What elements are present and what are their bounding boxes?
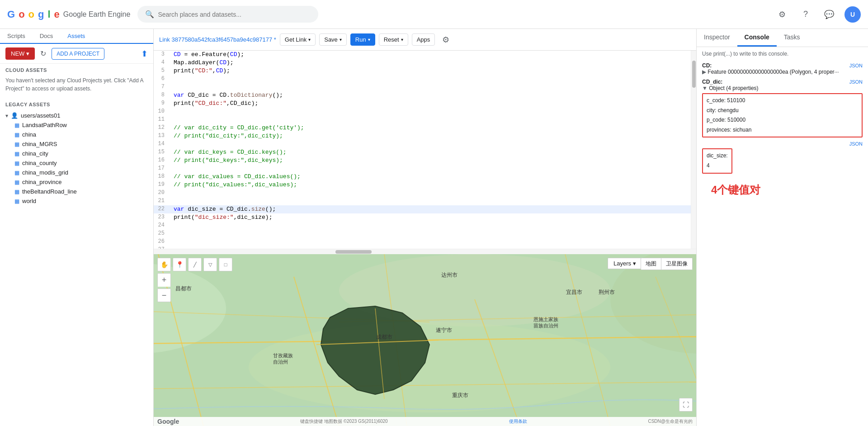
line-num-20: 20	[154, 189, 170, 197]
table-icon: ▦	[14, 179, 19, 185]
sidebar: Scripts Docs Assets NEW ▾ ↻ ADD A PROJEC…	[0, 29, 154, 426]
code-line-14: 14	[154, 140, 691, 148]
link-label: Link 3877580a542fca3f6457ba9e4c987177 *	[159, 36, 276, 43]
editor-scroll-area: 3 CD = ee.Feature(CD); 4 Map.addLayer(CD…	[154, 51, 696, 249]
new-button[interactable]: NEW ▾	[5, 47, 35, 60]
refresh-button[interactable]: ↻	[38, 47, 48, 60]
code-line-6: 6	[154, 75, 691, 83]
gear-icon[interactable]: ⚙	[442, 35, 449, 45]
line-tool-button[interactable]: ╱	[188, 258, 202, 271]
chat-icon[interactable]: 💬	[821, 6, 837, 23]
editor-scroll-inner[interactable]: 3 CD = ee.Feature(CD); 4 Map.addLayer(CD…	[154, 51, 691, 249]
line-content-8: var CD_dic = CD.toDictionary();	[170, 91, 691, 99]
table-icon: ▦	[14, 151, 19, 157]
logo-o1-letter: o	[19, 9, 24, 20]
folder-icon: 👤	[11, 112, 18, 119]
tree-item-landsat[interactable]: ▦ LandsatPathRow	[0, 120, 153, 130]
logo: Google Google Earth Engine	[7, 9, 130, 20]
cloud-message: You haven't selected any Cloud Projects …	[0, 75, 153, 98]
code-line-26: 26	[154, 238, 691, 246]
tab-inspector[interactable]: Inspector	[697, 29, 737, 47]
satellite-view-button[interactable]: 卫星图像	[661, 258, 693, 270]
run-button[interactable]: Run ▾	[350, 33, 375, 46]
add-project-button[interactable]: ADD A PROJECT	[52, 48, 104, 60]
line-content-20	[170, 189, 691, 197]
line-content-14	[170, 140, 691, 148]
right-tabs: Inspector Console Tasks	[697, 29, 868, 47]
save-label: Save	[324, 36, 338, 43]
apps-button[interactable]: Apps	[412, 33, 435, 46]
zoom-out-button[interactable]: −	[157, 289, 171, 302]
fullscreen-button[interactable]: ⛶	[679, 398, 693, 412]
bottom-scroll-track[interactable]	[154, 249, 696, 254]
help-icon[interactable]: ?	[797, 6, 814, 23]
console-json-cd-dic[interactable]: JSON	[849, 79, 863, 85]
code-line-20: 20	[154, 189, 691, 197]
layers-button[interactable]: Layers ▾	[608, 258, 642, 269]
save-button[interactable]: Save ▾	[319, 33, 347, 46]
tree-item-label: LandsatPathRow	[22, 122, 67, 128]
line-content-15: // var dic_keys = CD_dic.keys();	[170, 148, 691, 156]
run-chevron-icon: ▾	[368, 37, 370, 42]
settings-icon[interactable]: ⚙	[774, 6, 790, 23]
tree-item-china[interactable]: ▦ china	[0, 130, 153, 139]
editor-toolbar: Link 3877580a542fca3f6457ba9e4c987177 * …	[154, 29, 696, 51]
console-entry-cd: CD: JSON ▶ Feature 000000000000000000ea …	[702, 62, 863, 75]
sidebar-tree: ▾ 👤 users/assets01 ▦ LandsatPathRow ▦ ch…	[0, 109, 153, 208]
tree-item-china-modis[interactable]: ▦ china_modis_grid	[0, 168, 153, 177]
line-content-21	[170, 197, 691, 205]
tab-assets[interactable]: Assets	[60, 29, 92, 44]
zoom-in-button[interactable]: +	[157, 273, 171, 287]
map-bottom-bar: Google 键盘快捷键 地图数据 ©2023 GS(2011)6020 使用条…	[154, 417, 696, 426]
table-icon: ▦	[14, 141, 19, 147]
reset-button[interactable]: Reset ▾	[379, 33, 408, 46]
tree-item-china-city[interactable]: ▦ china_city	[0, 149, 153, 158]
map-view-button[interactable]: 地图	[641, 258, 661, 270]
line-content-13: // print("dic_city:",dic_city);	[170, 132, 691, 140]
tree-item-world[interactable]: ▦ world	[0, 196, 153, 206]
line-content-9: print("CD_dic:",CD_dic);	[170, 99, 691, 108]
tree-item-china-province[interactable]: ▦ china_province	[0, 177, 153, 187]
line-num-12: 12	[154, 124, 170, 132]
line-num-21: 21	[154, 197, 170, 205]
get-link-button[interactable]: Get Link ▾	[280, 33, 316, 46]
line-num-8: 8	[154, 91, 170, 99]
line-content-18: // var dic_values = CD_dic.values();	[170, 173, 691, 181]
tab-scripts[interactable]: Scripts	[0, 29, 33, 43]
hand-tool-button[interactable]: ✋	[157, 258, 171, 271]
search-input[interactable]	[158, 11, 311, 18]
upload-button[interactable]: ⬆	[141, 49, 148, 59]
console-json-cd[interactable]: JSON	[849, 63, 863, 68]
line-content-17	[170, 165, 691, 173]
polygon-tool-button[interactable]: ▽	[203, 258, 217, 271]
tab-docs[interactable]: Docs	[33, 29, 61, 43]
code-editor[interactable]: 3 CD = ee.Feature(CD); 4 Map.addLayer(CD…	[154, 51, 696, 254]
square-tool-button[interactable]: □	[219, 258, 232, 271]
tree-item-china-county[interactable]: ▦ china_county	[0, 158, 153, 168]
line-num-14: 14	[154, 140, 170, 148]
tab-tasks[interactable]: Tasks	[777, 29, 807, 47]
scroll-thumb[interactable]	[692, 61, 696, 88]
line-content-16: // print("dic_keys:",dic_keys);	[170, 156, 691, 165]
console-value-cd: ▶ Feature 000000000000000000ea (Polygon,…	[702, 69, 863, 75]
line-content-23: print("dic_size:",dic_size);	[170, 213, 691, 222]
save-chevron-icon: ▾	[340, 37, 342, 42]
use-terms[interactable]: 使用条款	[509, 418, 527, 425]
point-tool-button[interactable]: 📍	[173, 258, 186, 271]
tree-item-label: china	[22, 131, 36, 138]
console-object-box: c_code: 510100 city: chengdu p_code: 510…	[702, 93, 863, 137]
avatar[interactable]: U	[844, 6, 861, 23]
tree-item-belt-road[interactable]: ▦ theBeltandRoad_line	[0, 187, 153, 196]
scroll-track[interactable]	[691, 51, 696, 249]
console-json-dic-size[interactable]: JSON	[849, 141, 863, 147]
bottom-scroll-thumb[interactable]	[335, 250, 372, 254]
search-icon: 🔍	[145, 10, 154, 19]
line-num-13: 13	[154, 132, 170, 140]
tree-root-label: users/assets01	[21, 112, 60, 119]
tree-item-china-mgrs[interactable]: ▦ china_MGRS	[0, 139, 153, 149]
tree-root-item[interactable]: ▾ 👤 users/assets01	[0, 111, 153, 120]
code-line-4: 4 Map.addLayer(CD);	[154, 59, 691, 67]
code-line-21: 21	[154, 197, 691, 205]
tab-console[interactable]: Console	[737, 29, 777, 47]
code-line-7: 7	[154, 83, 691, 91]
